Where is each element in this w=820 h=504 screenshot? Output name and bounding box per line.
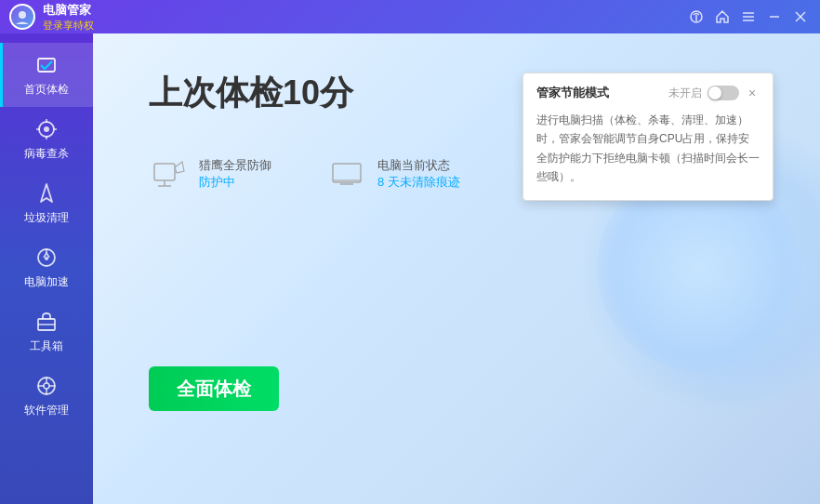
toggle-knob [708, 86, 721, 99]
eagle-defense-icon [149, 154, 188, 193]
sidebar-label-pc-boost: 电脑加速 [24, 274, 69, 290]
sidebar-item-home-check[interactable]: 首页体检 [0, 43, 93, 107]
sidebar-item-toolbox[interactable]: 工具箱 [0, 299, 93, 364]
popup-close-button[interactable]: × [745, 86, 760, 100]
svg-rect-31 [333, 164, 361, 182]
title-info: 电脑管家 登录享特权 [43, 2, 94, 33]
toggle-switch[interactable] [708, 86, 739, 100]
eagle-defense-title: 猎鹰全景防御 [199, 157, 271, 174]
pc-status-info: 电脑当前状态 8 天未清除痕迹 [377, 157, 460, 191]
svg-point-23 [44, 383, 49, 389]
sidebar: 首页体检 病毒查杀 垃圾清理 [0, 33, 93, 504]
menu-button[interactable] [738, 7, 759, 27]
pc-status-title: 电脑当前状态 [377, 157, 460, 174]
title-bar: 电脑管家 登录享特权 [0, 0, 820, 33]
active-indicator [0, 43, 3, 107]
software-mgr-icon [33, 373, 60, 399]
trash-clean-icon [33, 180, 60, 206]
score-title: 上次体检10分 [149, 71, 353, 116]
popup-header: 管家节能模式 未开启 × [536, 85, 760, 101]
sidebar-item-software-mgr[interactable]: 软件管理 [0, 364, 93, 428]
popup-body: 进行电脑扫描（体检、杀毒、清理、加速）时，管家会智能调节自身CPU占用，保持安全… [536, 111, 760, 187]
sidebar-label-virus-scan: 病毒查杀 [24, 146, 69, 162]
eagle-defense-value: 防护中 [199, 174, 271, 191]
title-bar-right [686, 7, 811, 27]
sidebar-item-trash-clean[interactable]: 垃圾清理 [0, 171, 93, 235]
app-name: 电脑管家 [43, 2, 94, 19]
close-button[interactable] [790, 7, 811, 27]
login-text[interactable]: 登录享特权 [43, 19, 94, 33]
scan-button[interactable]: 全面体检 [149, 366, 279, 411]
sidebar-label-toolbox: 工具箱 [30, 338, 63, 354]
main-layout: 首页体检 病毒查杀 垃圾清理 [0, 33, 820, 504]
sidebar-label-software-mgr: 软件管理 [24, 403, 69, 418]
svg-point-19 [45, 257, 48, 260]
popup-tooltip: 管家节能模式 未开启 × 进行电脑扫描（体检、杀毒、清理、加速）时，管家会智能调… [522, 73, 774, 201]
status-cards: 猎鹰全景防御 防护中 电脑当前状态 8 天未清除痕迹 [149, 154, 460, 193]
popup-toggle-area: 未开启 × [668, 86, 760, 101]
svg-rect-28 [154, 164, 175, 180]
minimize-button[interactable] [764, 7, 785, 27]
pc-status-icon [327, 154, 366, 193]
home-button[interactable] [712, 7, 733, 27]
sidebar-label-trash-clean: 垃圾清理 [24, 210, 69, 226]
svg-marker-16 [41, 184, 52, 202]
eagle-defense-info: 猎鹰全景防御 防护中 [199, 157, 271, 191]
content-area: 上次体检10分 猎鹰全景防御 防护中 [93, 33, 820, 504]
toolbox-icon [33, 309, 60, 335]
avatar-inner [11, 6, 33, 28]
status-card-pc-status: 电脑当前状态 8 天未清除痕迹 [327, 154, 460, 193]
pc-boost-icon [33, 245, 60, 271]
status-card-eagle-defense: 猎鹰全景防御 防护中 [149, 154, 271, 193]
svg-point-11 [44, 126, 49, 132]
sidebar-label-home-check: 首页体检 [24, 82, 69, 98]
svg-rect-9 [38, 59, 55, 72]
sidebar-item-virus-scan[interactable]: 病毒查杀 [0, 107, 93, 171]
app-avatar [9, 4, 35, 30]
pc-status-value: 8 天未清除痕迹 [377, 174, 460, 191]
title-bar-left: 电脑管家 登录享特权 [9, 2, 94, 33]
score-section: 上次体检10分 [149, 71, 353, 116]
svg-point-0 [19, 11, 26, 19]
sidebar-item-pc-boost[interactable]: 电脑加速 [0, 235, 93, 299]
scan-button-label: 全面体检 [177, 377, 251, 402]
virus-scan-icon [33, 116, 60, 142]
home-check-icon [33, 52, 60, 78]
popup-toggle-label: 未开启 [668, 86, 702, 101]
popup-title: 管家节能模式 [536, 85, 609, 101]
gift-button[interactable] [686, 7, 707, 27]
